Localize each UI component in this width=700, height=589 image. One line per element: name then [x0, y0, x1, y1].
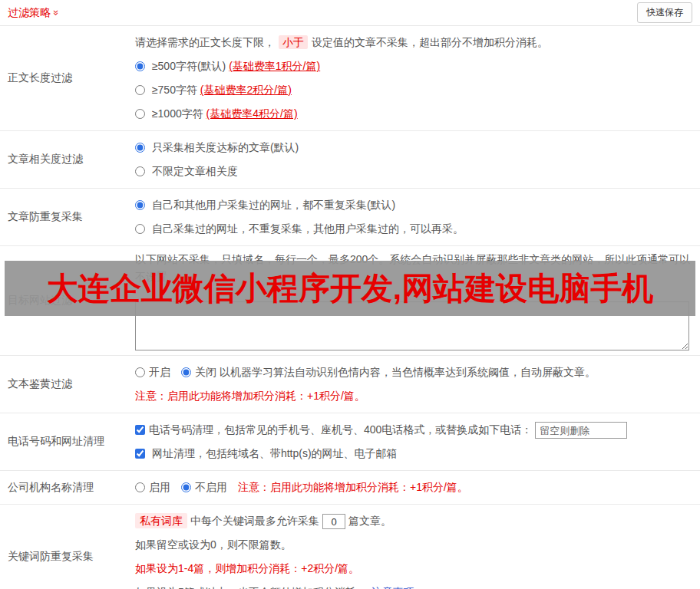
row-dedup: 文章防重复采集 自己和其他用户采集过的网址，都不重复采集(默认) 自己采集过的网… — [0, 189, 700, 246]
row-porn-filter: 文本鉴黄过滤 开启关闭 以机器学习算法自动识别色情内容，当色情概率达到系统阈值，… — [0, 356, 700, 413]
row-label-phone-url-clean: 电话号码和网址清理 — [0, 413, 135, 470]
keyword-note-5plus: 如果设为5篇或以上，也不会额外增加积分消耗。 — [135, 586, 367, 589]
keyword-limit-end: 篇文章。 — [348, 515, 391, 527]
length-500-fee-note: (基础费率1积分/篇) — [229, 60, 320, 72]
row-label-keyword-dedup: 关键词防重复采集 — [0, 505, 135, 589]
relevance-options: 只采集相关度达标的文章(默认) 不限定文章相关度 — [135, 131, 700, 188]
relevance-strict-option[interactable]: 只采集相关度达标的文章(默认) — [135, 136, 692, 160]
length-1000-label: ≥1000字符 — [152, 107, 203, 120]
company-clean-content: 启用不启用注意：启用此功能将增加积分消耗：+1积分/篇。 — [135, 471, 700, 504]
keyword-limit-line: 私有词库中每个关键词最多允许采集篇文章。 — [135, 509, 692, 533]
content-length-options: 请选择需求的正文长度下限，小于设定值的文章不采集，超出部分不增加积分消耗。 ≥5… — [135, 26, 700, 130]
private-lexicon-badge: 私有词库 — [135, 513, 187, 528]
relevance-strict-radio[interactable] — [135, 143, 145, 153]
row-label-dedup: 文章防重复采集 — [0, 189, 135, 245]
replacement-phone-input[interactable] — [535, 422, 627, 439]
relevance-any-label: 不限定文章相关度 — [152, 165, 238, 177]
length-750-radio[interactable] — [135, 85, 145, 95]
porn-off-radio[interactable] — [181, 367, 191, 377]
porn-on-label: 开启 — [149, 366, 170, 378]
porn-on-option[interactable]: 开启 — [135, 366, 170, 378]
porn-filter-content: 开启关闭 以机器学习算法自动识别色情内容，当色情概率达到系统阈值，自动屏蔽文章。… — [135, 356, 700, 413]
length-500-label: ≥500字符(默认) — [152, 60, 226, 72]
row-company-clean: 公司机构名称清理 启用不启用注意：启用此功能将增加积分消耗：+1积分/篇。 — [0, 471, 700, 505]
row-label-content-length: 正文长度过滤 — [0, 26, 135, 130]
company-clean-line: 启用不启用注意：启用此功能将增加积分消耗：+1积分/篇。 — [135, 475, 692, 499]
dedup-options: 自己和其他用户采集过的网址，都不重复采集(默认) 自己采集过的网址，不重复采集，… — [135, 189, 700, 245]
phone-url-clean-content: 电话号码清理，包括常见的手机号、座机号、400电话格式，或替换成如下电话： 网址… — [135, 413, 700, 470]
url-clean-label: 网址清理，包括纯域名、带http(s)的网址、电子邮箱 — [152, 447, 398, 459]
porn-filter-warning: 注意：启用此功能将增加积分消耗：+1积分/篇。 — [135, 384, 692, 408]
phone-clean-line: 电话号码清理，包括常见的手机号、座机号、400电话格式，或替换成如下电话： — [135, 418, 692, 442]
keyword-note-1-4: 如果设为1-4篇，则增加积分消耗：+2积分/篇。 — [135, 557, 692, 581]
length-500-radio[interactable] — [135, 61, 145, 71]
length-500-option[interactable]: ≥500字符(默认) (基础费率1积分/篇) — [135, 54, 692, 78]
porn-filter-options: 开启关闭 以机器学习算法自动识别色情内容，当色情概率达到系统阈值，自动屏蔽文章。 — [135, 360, 692, 384]
company-on-radio[interactable] — [135, 482, 145, 492]
phone-clean-option[interactable]: 电话号码清理，包括常见的手机号、座机号、400电话格式，或替换成如下电话： — [135, 423, 532, 436]
url-clean-option[interactable]: 网址清理，包括纯域名、带http(s)的网址、电子邮箱 — [135, 442, 692, 466]
company-off-label: 不启用 — [195, 481, 227, 493]
length-750-option[interactable]: ≥750字符 (基础费率2积分/篇) — [135, 78, 692, 102]
porn-on-radio[interactable] — [135, 367, 145, 377]
url-clean-checkbox[interactable] — [135, 449, 145, 459]
porn-off-option[interactable]: 关闭 — [181, 366, 216, 378]
row-content-length: 正文长度过滤 请选择需求的正文长度下限，小于设定值的文章不采集，超出部分不增加积… — [0, 26, 700, 131]
filter-strategy-toggle[interactable]: 过滤策略 » — [8, 6, 59, 20]
quick-save-button[interactable]: 快速保存 — [637, 2, 692, 23]
dedup-self-radio[interactable] — [135, 224, 145, 234]
dedup-global-option[interactable]: 自己和其他用户采集过的网址，都不重复采集(默认) — [135, 193, 692, 217]
intro-pre: 请选择需求的正文长度下限， — [135, 36, 275, 48]
row-label-relevance: 文章相关度过滤 — [0, 131, 135, 188]
phone-clean-checkbox[interactable] — [135, 425, 145, 435]
dedup-self-label: 自己采集过的网址，不重复采集，其他用户采集过的，可以再采。 — [152, 222, 464, 235]
company-off-radio[interactable] — [181, 482, 191, 492]
keyword-note-zero: 如果留空或设为0，则不限篇数。 — [135, 533, 692, 557]
company-on-option[interactable]: 启用 — [135, 481, 170, 493]
porn-filter-desc: 以机器学习算法自动识别色情内容，当色情概率达到系统阈值，自动屏蔽文章。 — [220, 366, 596, 378]
max-articles-input[interactable] — [322, 514, 345, 529]
intro-post: 设定值的文章不采集，超出部分不增加积分消耗。 — [312, 36, 548, 48]
dedup-global-label: 自己和其他用户采集过的网址，都不重复采集(默认) — [152, 199, 395, 211]
less-than-highlight: 小于 — [279, 35, 308, 49]
row-relevance: 文章相关度过滤 只采集相关度达标的文章(默认) 不限定文章相关度 — [0, 131, 700, 189]
length-1000-fee-note: (基础费率4积分/篇) — [206, 107, 298, 120]
dedup-self-option[interactable]: 自己采集过的网址，不重复采集，其他用户采集过的，可以再采。 — [135, 217, 692, 241]
keyword-limit-mid: 中每个关键词最多允许采集 — [190, 515, 319, 527]
length-750-label: ≥750字符 — [152, 84, 197, 96]
relevance-any-radio[interactable] — [135, 166, 145, 176]
content-length-intro: 请选择需求的正文长度下限，小于设定值的文章不采集，超出部分不增加积分消耗。 — [135, 31, 692, 54]
row-label-company-clean: 公司机构名称清理 — [0, 471, 135, 504]
watermark-text: 大连企业微信小程序开发,网站建设电脑手机 — [47, 268, 653, 310]
company-off-option[interactable]: 不启用 — [181, 481, 227, 493]
company-on-label: 启用 — [149, 481, 170, 493]
relevance-strict-label: 只采集相关度达标的文章(默认) — [152, 141, 299, 153]
topbar: 过滤策略 » 快速保存 — [0, 0, 700, 26]
dedup-global-radio[interactable] — [135, 200, 145, 210]
keyword-note-5plus-line: 如果设为5篇或以上，也不会额外增加积分消耗。注意事项» — [135, 581, 692, 589]
row-keyword-dedup: 关键词防重复采集 私有词库中每个关键词最多允许采集篇文章。 如果留空或设为0，则… — [0, 505, 700, 589]
chevron-down-icon: » — [51, 10, 61, 15]
porn-off-label: 关闭 — [195, 366, 216, 378]
page-title: 过滤策略 — [8, 6, 51, 20]
length-1000-radio[interactable] — [135, 109, 145, 119]
company-clean-warning: 注意：启用此功能将增加积分消耗：+1积分/篇。 — [238, 481, 468, 493]
watermark-banner: 大连企业微信小程序开发,网站建设电脑手机 — [5, 261, 695, 316]
relevance-any-option[interactable]: 不限定文章相关度 — [135, 160, 692, 183]
length-1000-option[interactable]: ≥1000字符 (基础费率4积分/篇) — [135, 102, 692, 126]
keyword-dedup-content: 私有词库中每个关键词最多允许采集篇文章。 如果留空或设为0，则不限篇数。 如果设… — [135, 505, 700, 589]
length-750-fee-note: (基础费率2积分/篇) — [200, 84, 292, 96]
phone-clean-label: 电话号码清理，包括常见的手机号、座机号、400电话格式，或替换成如下电话： — [149, 423, 532, 436]
row-label-porn-filter: 文本鉴黄过滤 — [0, 356, 135, 413]
row-phone-url-clean: 电话号码和网址清理 电话号码清理，包括常见的手机号、座机号、400电话格式，或替… — [0, 413, 700, 471]
notice-link[interactable]: 注意事项 — [371, 586, 414, 589]
